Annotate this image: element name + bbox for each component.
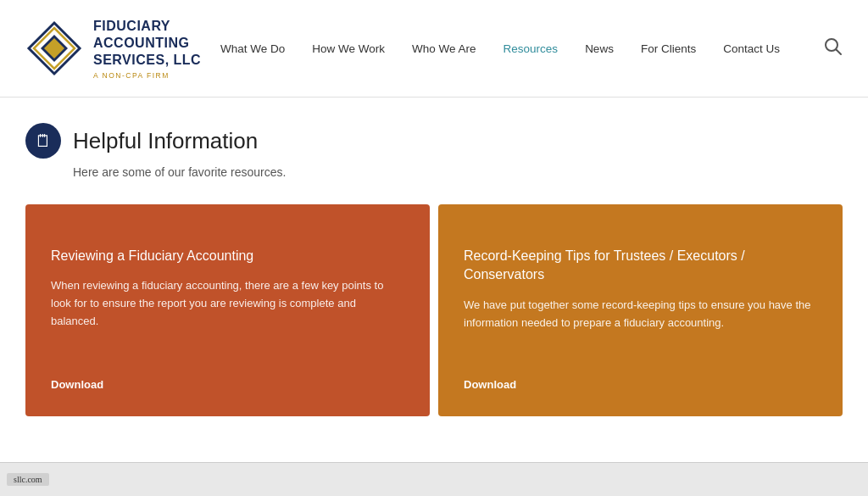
card-fiduciary-accounting: Reviewing a Fiduciary Accounting When re…	[25, 204, 430, 416]
nav-what-we-do[interactable]: What We Do	[220, 42, 285, 55]
card-description-1: When reviewing a fiduciary accounting, t…	[51, 277, 404, 330]
main-content: 🗒 Helpful Information Here are some of o…	[0, 98, 868, 416]
search-icon	[824, 37, 843, 56]
page-icon: 🗒	[35, 132, 52, 149]
logo-area: Fiduciary Accounting Services, LLC A Non…	[25, 18, 220, 80]
main-nav: What We Do How We Work Who We Are Resour…	[220, 42, 824, 55]
taskbar-url: sllc.com	[7, 473, 49, 486]
page-icon-circle: 🗒	[25, 123, 61, 159]
nav-how-we-work[interactable]: How We Work	[312, 42, 385, 55]
search-button[interactable]	[824, 37, 843, 59]
card-record-keeping: Record-Keeping Tips for Trustees / Execu…	[438, 204, 843, 416]
page-subtitle: Here are some of our favorite resources.	[73, 165, 843, 179]
taskbar: sllc.com	[0, 462, 868, 496]
card-description-2: We have put together some record-keeping…	[464, 297, 817, 332]
page-header: 🗒 Helpful Information	[25, 123, 843, 159]
card-title-2: Record-Keeping Tips for Trustees / Execu…	[464, 247, 817, 285]
nav-news[interactable]: News	[585, 42, 614, 55]
logo-text: Fiduciary Accounting Services, LLC A Non…	[93, 18, 201, 80]
site-header: Fiduciary Accounting Services, LLC A Non…	[0, 0, 868, 98]
logo-icon	[25, 20, 83, 77]
page-title: Helpful Information	[73, 128, 258, 154]
card-title-1: Reviewing a Fiduciary Accounting	[51, 247, 404, 265]
card-content-1: Reviewing a Fiduciary Accounting When re…	[51, 247, 404, 378]
company-tagline: A Non-CPA Firm	[93, 71, 201, 80]
svg-line-5	[837, 50, 842, 55]
card-content-2: Record-Keeping Tips for Trustees / Execu…	[464, 247, 817, 378]
nav-who-we-are[interactable]: Who We Are	[412, 42, 476, 55]
nav-resources[interactable]: Resources	[504, 42, 559, 55]
download-button-1[interactable]: Download	[51, 378, 404, 391]
company-name: Fiduciary Accounting Services, LLC	[93, 18, 201, 69]
nav-for-clients[interactable]: For Clients	[641, 42, 696, 55]
cards-container: Reviewing a Fiduciary Accounting When re…	[25, 204, 843, 416]
download-button-2[interactable]: Download	[464, 378, 817, 391]
svg-marker-3	[44, 38, 64, 59]
nav-contact-us[interactable]: Contact Us	[723, 42, 780, 55]
